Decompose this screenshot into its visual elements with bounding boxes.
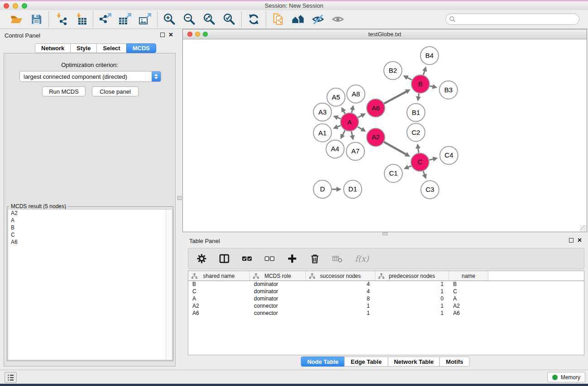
- cell-name[interactable]: A2: [449, 303, 488, 310]
- edge-B-B3[interactable]: [430, 86, 433, 87]
- cell-name[interactable]: B: [449, 281, 488, 288]
- mcds-result-item[interactable]: C: [8, 231, 172, 238]
- add-row-icon[interactable]: [287, 253, 297, 264]
- table-row[interactable]: A2connector11A2: [188, 303, 584, 310]
- import-network-icon[interactable]: [55, 13, 67, 25]
- cell-predecessor-nodes[interactable]: 1: [375, 281, 449, 288]
- graph-node-C2[interactable]: C2: [407, 124, 425, 142]
- network-canvas[interactable]: AA1A3A5A8A6A2A4A7BB1B2B3B4CC1C2C3C4DD1: [183, 40, 587, 232]
- graph-node-B4[interactable]: B4: [421, 47, 439, 65]
- cell-MCDS-role[interactable]: connector: [250, 310, 306, 317]
- graph-node-B3[interactable]: B3: [440, 81, 458, 99]
- edge-A-A3[interactable]: [337, 117, 340, 119]
- mcds-result-item[interactable]: A: [8, 217, 172, 224]
- graph-node-A6[interactable]: A6: [367, 99, 385, 117]
- search-input[interactable]: [456, 16, 579, 23]
- cell-MCDS-role[interactable]: dominator: [250, 288, 306, 295]
- run-mcds-button[interactable]: Run MCDS: [42, 86, 86, 96]
- vertical-splitter-handle[interactable]: [177, 196, 182, 200]
- edge-A-A7[interactable]: [351, 131, 352, 136]
- graph-node-B1[interactable]: B1: [407, 104, 425, 122]
- table-panel-float-icon[interactable]: [569, 238, 574, 243]
- cell-name[interactable]: A: [449, 295, 488, 303]
- edge-B-B2[interactable]: [406, 77, 412, 80]
- cell-successor-nodes[interactable]: 1: [306, 310, 375, 317]
- export-image-icon[interactable]: [139, 13, 151, 25]
- zoom-selected-icon[interactable]: [223, 13, 235, 25]
- cell-successor-nodes[interactable]: 8: [306, 295, 375, 303]
- zoom-out-icon[interactable]: [183, 13, 196, 25]
- export-table-icon[interactable]: [119, 13, 131, 25]
- edge-A-A4[interactable]: [342, 130, 345, 135]
- edge-A-A8[interactable]: [352, 109, 353, 113]
- tab-edge-table[interactable]: Edge Table: [344, 357, 388, 367]
- cell-shared-name[interactable]: A6: [188, 310, 250, 317]
- edge-C-C1[interactable]: [407, 166, 411, 168]
- cell-predecessor-nodes[interactable]: 1: [375, 303, 449, 310]
- cell-name[interactable]: C: [449, 288, 488, 295]
- mcds-result-item[interactable]: B: [8, 224, 172, 231]
- cell-shared-name[interactable]: A2: [188, 303, 250, 310]
- table-panel-close-icon[interactable]: ×: [578, 238, 582, 243]
- cell-successor-nodes[interactable]: 1: [306, 303, 375, 310]
- delete-row-icon[interactable]: [310, 253, 320, 264]
- cell-MCDS-role[interactable]: connector: [250, 303, 306, 310]
- control-panel-close-icon[interactable]: ×: [169, 33, 173, 37]
- control-panel-float-icon[interactable]: [160, 33, 165, 37]
- edge-A-A1[interactable]: [337, 125, 341, 127]
- deselect-all-icon[interactable]: [264, 253, 275, 264]
- column-header-successor-nodes[interactable]: successor nodes: [306, 271, 375, 281]
- edge-A2-C[interactable]: [384, 142, 406, 155]
- graph-node-B[interactable]: B: [411, 75, 430, 93]
- tab-select[interactable]: Select: [96, 43, 126, 53]
- edge-B-B4[interactable]: [423, 70, 425, 75]
- memory-button[interactable]: Memory: [547, 372, 585, 382]
- zoom-in-icon[interactable]: [163, 13, 176, 25]
- cell-predecessor-nodes[interactable]: 1: [375, 310, 449, 317]
- graph-node-B2[interactable]: B2: [384, 62, 402, 80]
- column-header-predecessor-nodes[interactable]: predecessor nodes: [375, 271, 449, 281]
- tab-mcds[interactable]: MCDS: [126, 43, 156, 53]
- show-hide-style-icon[interactable]: [312, 13, 324, 25]
- cell-predecessor-nodes[interactable]: 1: [375, 288, 449, 295]
- edge-C-C4[interactable]: [429, 159, 434, 160]
- task-history-button[interactable]: [5, 372, 17, 383]
- column-header-name[interactable]: name: [449, 271, 488, 281]
- cell-successor-nodes[interactable]: 4: [306, 288, 375, 295]
- cell-shared-name[interactable]: B: [188, 281, 250, 288]
- column-header-shared-name[interactable]: shared name: [188, 271, 250, 281]
- refresh-icon[interactable]: [248, 13, 260, 25]
- tab-motifs[interactable]: Motifs: [440, 357, 469, 367]
- cell-MCDS-role[interactable]: dominator: [250, 295, 306, 303]
- column-selector-icon[interactable]: [219, 253, 229, 264]
- scrollbar-track[interactable]: [166, 210, 172, 360]
- graph-node-D1[interactable]: D1: [344, 180, 362, 198]
- network-graph[interactable]: AA1A3A5A8A6A2A4A7BB1B2B3B4CC1C2C3C4DD1: [183, 40, 587, 232]
- cell-predecessor-nodes[interactable]: 0: [375, 295, 449, 303]
- edge-C-C3[interactable]: [423, 171, 425, 175]
- table-row[interactable]: Bdominator41B: [188, 281, 584, 288]
- edge-B-B1[interactable]: [418, 93, 419, 97]
- edge-A-A2[interactable]: [358, 127, 363, 129]
- select-all-icon[interactable]: [242, 253, 252, 264]
- graph-node-D[interactable]: D: [313, 180, 331, 198]
- column-header-MCDS-role[interactable]: MCDS role: [250, 271, 306, 281]
- resize-grip-icon[interactable]: [580, 225, 586, 231]
- import-table-icon[interactable]: [75, 13, 87, 25]
- tab-node-table[interactable]: Node Table: [301, 357, 345, 367]
- table-row[interactable]: A6connector11A6: [188, 310, 584, 317]
- mcds-result-item[interactable]: A6: [8, 238, 172, 246]
- edge-C-C2[interactable]: [418, 148, 419, 152]
- close-panel-button[interactable]: Close panel: [92, 86, 139, 96]
- export-network-icon[interactable]: [99, 13, 111, 25]
- cell-shared-name[interactable]: C: [188, 288, 250, 295]
- tab-network[interactable]: Network: [35, 43, 71, 53]
- duplicate-network-icon[interactable]: [272, 13, 284, 25]
- graph-node-A4[interactable]: A4: [326, 140, 344, 158]
- search-box[interactable]: [445, 14, 579, 25]
- cell-successor-nodes[interactable]: 4: [306, 281, 375, 288]
- graph-node-C1[interactable]: C1: [384, 164, 402, 182]
- graph-node-A2[interactable]: A2: [367, 129, 385, 147]
- graph-node-C3[interactable]: C3: [421, 181, 439, 199]
- criterion-dropdown[interactable]: largest connected component (directed): [19, 71, 161, 82]
